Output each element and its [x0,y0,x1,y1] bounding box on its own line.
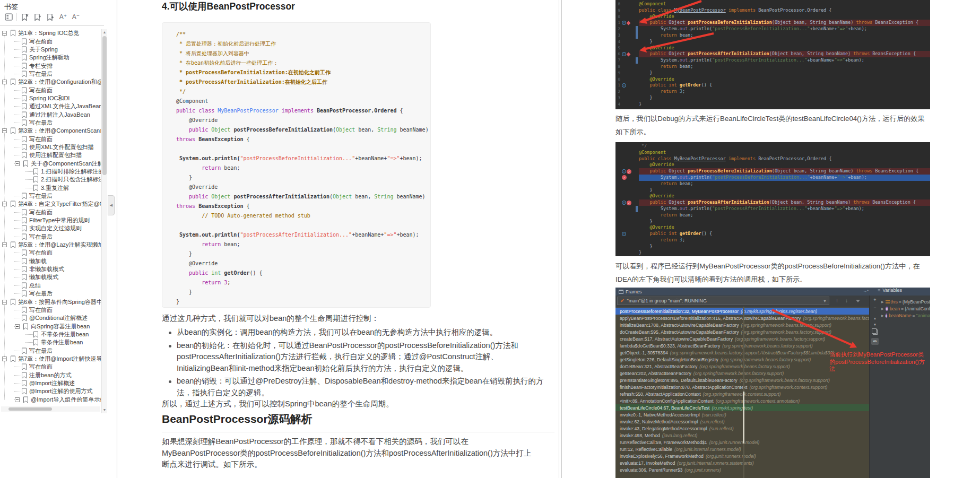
copy-icon [873,329,878,335]
expander-icon[interactable] [2,242,7,247]
bookmark-item[interactable]: 懒加载模式 [0,273,101,281]
editor-gutter [615,193,639,199]
bookmark-panel-icon[interactable] [2,12,15,22]
stack-frame: lambda$doGetBean$0:323, AbstractBeanFact… [615,342,869,349]
bookmark-item[interactable]: 注册bean的方式 [0,371,101,379]
bookmark-item[interactable]: 写在最后 [0,346,101,354]
bookmark-item[interactable]: 通过XML文件注入JavaBean [0,102,101,110]
bookmark-item[interactable]: 第2章：使用@Configuration和@Be [0,78,101,86]
call-stack-list: postProcessBeforeInitialization:32, MyBe… [615,307,869,478]
expander-icon[interactable] [2,31,7,36]
paragraph: 通过这几种方式，我们就可以对bean的整个生命周期进行控制： [162,313,533,325]
expander-icon[interactable] [2,357,7,361]
bookmark-item[interactable]: 第3章：使用@ComponentScan自动 [0,127,101,135]
bookmark-item[interactable]: 写在前面 [0,306,101,314]
variable-row: ▶pbeanName="anima [880,312,930,319]
bookmark-label: 使用XML文件配置包扫描 [29,143,94,151]
code-line: public Object postProcessBeforeInitializ… [176,125,430,135]
bookmark-item[interactable]: 写在前面 [0,249,101,257]
bookmark-item[interactable]: 写在前面 [0,208,101,216]
bookmark-item[interactable]: 写在前面 [0,135,101,143]
bookmark-delete-icon[interactable] [19,12,31,22]
bookmark-item[interactable]: Spring注解驱动 [0,54,101,62]
bookmark-item[interactable]: 写在前面 [0,363,101,371]
editor-line: 9public class MyBeanPostProcessor implem… [615,7,930,14]
bookmark-item[interactable]: 向Spring容器注册bean [0,322,101,330]
bookmark-item[interactable]: 第5章：使用@Lazy注解实现懒加载 [0,241,101,249]
bookmark-item[interactable]: 写在最后 [0,70,101,78]
bookmark-item[interactable]: 写在最后 [0,192,101,200]
tree-connector [14,106,21,107]
bookmark-label: 第2章：使用@Configuration和@Be [18,78,101,86]
bookmark-tree: 第1章：Spring IOC总览写在前面关于SpringSpring注解驱动专栏… [0,29,101,404]
editor-gutter [615,219,639,225]
bookmark-item[interactable]: 3.重复注解 [0,184,101,192]
bookmark-item[interactable]: @Import注解的使用方式 [0,387,101,395]
bookmark-item[interactable]: 第4章：自定义TypeFilter指定@Cor [0,200,101,208]
bookmark-item[interactable]: 写在最后 [0,233,101,241]
bookmark-item[interactable]: 1.扫描时排除注解标注的类 [0,168,101,176]
sidebar-horizontal-scrollbar[interactable] [1,406,100,412]
bookmark-item[interactable]: 懒加载 [0,257,101,265]
bookmark-item[interactable]: 非懒加载模式 [0,265,101,273]
stack-frame: initializeBean:1788, AbstractAutowireCap… [615,321,869,328]
editor-gutter [615,237,639,244]
bookmark-item[interactable]: Spring IOC和DI [0,94,101,102]
expander-icon[interactable] [15,161,20,166]
expander-icon[interactable] [2,80,7,84]
code-text: public Object postProcessAfterInitializa… [639,51,930,57]
bookmark-add-icon[interactable] [31,12,44,22]
sidebar-vertical-scrollbar[interactable]: ▲ ▼ [101,29,107,413]
bookmark-item[interactable]: 写在最后 [0,119,101,127]
expander-icon[interactable] [2,202,7,206]
bookmark-item[interactable]: 写在前面 [0,86,101,94]
editor-gutter: 2 [615,89,639,95]
editor-line: 4 } [615,39,930,45]
bookmark-item[interactable]: 使用XML文件配置包扫描 [0,143,101,151]
bookmark-item[interactable]: 第1章：Spring IOC总览 [0,29,101,37]
bookmark-label: @Import注解的使用方式 [29,387,92,395]
expander-icon[interactable] [2,128,7,133]
scroll-down-icon[interactable]: ▼ [102,407,107,413]
bookmark-item[interactable]: 通过注解注入JavaBean [0,110,101,118]
code-text: return 3; [639,89,930,95]
bookmark-item[interactable]: 关于@ComponentScan注解 [0,160,101,168]
font-increase-icon[interactable]: A⁺ [57,12,70,22]
sidebar-collapse-handle[interactable]: ◀ [108,195,115,215]
bookmark-jump-icon[interactable] [44,12,57,22]
bookmark-label: 第4章：自定义TypeFilter指定@Cor [18,200,101,208]
bookmark-item[interactable]: @Import注解概述 [0,379,101,387]
bookmark-item[interactable]: 实现自定义过滤规则 [0,224,101,232]
bookmark-item[interactable]: 专栏安排 [0,62,101,69]
bookmark-item[interactable]: 第6章：按照条件向Spring容器中注 [0,298,101,306]
bookmark-item[interactable]: 第7章：使用@Import注解快速导入 [0,355,101,363]
variables-panel-title: Variables [882,288,902,293]
pane-splitter[interactable] [117,0,117,478]
code-line: } [176,249,430,259]
bookmark-item[interactable]: 2.扫描时只包含注解标注的类 [0,176,101,184]
bookmark-label: 写在前面 [29,38,53,46]
bookmark-item[interactable]: 关于Spring [0,46,101,54]
scrollbar-thumb[interactable] [8,407,52,411]
bookmark-item[interactable]: @Import导入组件的简单示例 [0,395,101,403]
expander-icon[interactable] [2,300,7,305]
scrollbar-thumb[interactable] [102,36,107,175]
bookmark-label: Spring注解驱动 [29,54,70,62]
expander-icon[interactable] [15,397,20,402]
editor-gutter: ↑✓ [615,199,639,206]
expander-icon[interactable] [15,324,20,329]
bookmark-item[interactable]: FilterType中常用的规则 [0,216,101,224]
editor-line: 0 @Override [615,14,930,20]
editor-gutter: 6↑ [615,51,639,57]
line-number: 3 [615,32,620,39]
bookmark-item[interactable]: 带条件注册bean [0,338,101,346]
bookmark-item[interactable]: @Conditional注解概述 [0,314,101,322]
bookmark-item[interactable]: 写在最后 [0,290,101,298]
bookmark-item[interactable]: 使用注解配置包扫描 [0,151,101,159]
scroll-up-icon[interactable]: ▲ [102,29,107,36]
tree-connector [14,293,21,294]
font-decrease-icon[interactable]: A⁻ [70,12,82,22]
bookmark-item[interactable]: 总结 [0,282,101,290]
bookmark-item[interactable]: 写在前面 [0,37,101,45]
bookmark-item[interactable]: 不带条件注册bean [0,331,101,338]
